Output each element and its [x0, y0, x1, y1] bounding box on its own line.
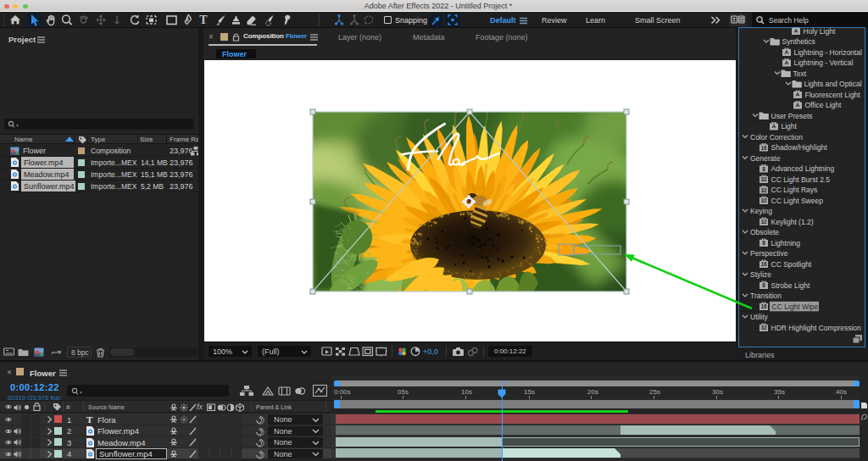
svg-text:Shadow/Highlight: Shadow/Highlight: [771, 143, 828, 152]
svg-text:Obsolete: Obsolete: [750, 228, 779, 236]
svg-text:16: 16: [760, 303, 767, 309]
svg-text:Lightning: Lightning: [771, 239, 801, 247]
svg-text:32: 32: [760, 176, 767, 182]
svg-text:T: T: [199, 14, 208, 26]
svg-text:CC Light Rays: CC Light Rays: [771, 186, 818, 194]
svg-text:8: 8: [762, 282, 765, 288]
svg-text:Utility: Utility: [750, 313, 769, 321]
svg-text:User Presets: User Presets: [771, 112, 813, 120]
svg-text:Stylize: Stylize: [750, 270, 771, 279]
svg-text:8: 8: [762, 166, 765, 172]
svg-text:Transition: Transition: [750, 292, 782, 300]
svg-text:Holy Light: Holy Light: [804, 27, 836, 36]
svg-text:Strobe Light: Strobe Light: [771, 281, 810, 290]
svg-text:Lights and Optical: Lights and Optical: [804, 80, 862, 88]
svg-text:Keying: Keying: [750, 207, 772, 215]
svg-text:Keylight (1.2): Keylight (1.2): [771, 218, 814, 226]
svg-text:32: 32: [760, 197, 767, 203]
svg-text:Synthetics: Synthetics: [782, 37, 815, 46]
svg-text:CC Light Sweep: CC Light Sweep: [771, 197, 824, 205]
svg-text:Light: Light: [782, 122, 798, 131]
svg-text:HDR Highlight Compression: HDR Highlight Compression: [771, 324, 862, 332]
svg-text:Fluorescent Light: Fluorescent Light: [805, 91, 861, 99]
svg-text:8: 8: [762, 240, 765, 246]
svg-text:CC Light Wipe: CC Light Wipe: [772, 303, 819, 311]
svg-text:Generate: Generate: [750, 154, 781, 163]
svg-text:CC Spotlight: CC Spotlight: [771, 260, 812, 269]
svg-text:CC Light Burst 2.5: CC Light Burst 2.5: [771, 175, 831, 184]
svg-text:Advanced Lightning: Advanced Lightning: [771, 164, 835, 173]
svg-text:32: 32: [760, 219, 767, 225]
svg-text:32: 32: [760, 325, 767, 330]
svg-text:Text: Text: [793, 69, 807, 78]
svg-text:32: 32: [760, 187, 767, 193]
svg-text:Office Light: Office Light: [805, 101, 842, 109]
svg-text:16: 16: [760, 261, 767, 267]
svg-text:Perspective: Perspective: [750, 249, 788, 258]
svg-text:Lightning - Horizontal: Lightning - Horizontal: [794, 48, 862, 57]
svg-text:16: 16: [760, 145, 767, 151]
svg-text:Lightning - Vertical: Lightning - Vertical: [794, 58, 854, 67]
svg-text:Color Correction: Color Correction: [750, 133, 803, 142]
